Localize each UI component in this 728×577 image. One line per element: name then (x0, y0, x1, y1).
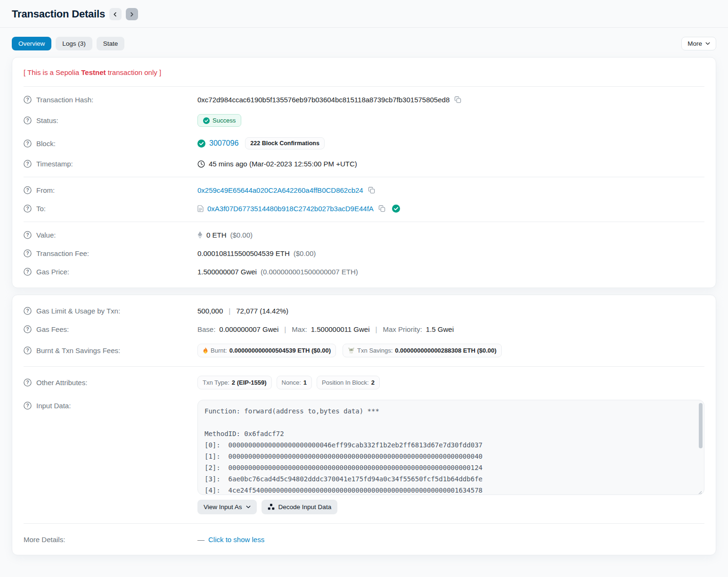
timestamp-label: Timestamp: (36, 160, 73, 168)
svg-text:?: ? (26, 188, 29, 193)
gas-usage-value: 72,077 (14.42%) (236, 307, 288, 315)
svg-text:?: ? (26, 348, 29, 353)
gas-limit-value: 500,000 (197, 307, 223, 315)
help-icon[interactable]: ? (24, 96, 32, 104)
help-icon[interactable]: ? (24, 307, 32, 315)
value-label-group: ? Value: (24, 231, 197, 239)
base-fee-value: 0.000000007 Gwei (219, 325, 278, 333)
nonce-label: Nonce: (282, 379, 301, 386)
input-data-scrollbar-thumb[interactable] (699, 403, 703, 448)
chevron-down-icon (246, 505, 251, 509)
view-input-as-button[interactable]: View Input As (197, 500, 257, 514)
svg-text:?: ? (26, 380, 29, 385)
from-row: ? From: 0x259c49E65644a020C2A642260a4ffB… (24, 181, 704, 199)
copy-transaction-hash-button[interactable] (453, 96, 462, 103)
help-icon[interactable]: ? (24, 249, 32, 257)
help-icon[interactable]: ? (24, 379, 32, 387)
position-in-block-label: Position In Block: (322, 379, 369, 386)
block-confirmations-badge: 222 Block Confirmations (245, 137, 325, 149)
value-row: ? Value: 0 ETH ($0.00) (24, 226, 704, 244)
nonce-value: 1 (303, 379, 307, 386)
check-circle-icon (197, 140, 205, 148)
help-icon[interactable]: ? (24, 268, 32, 276)
copy-icon (378, 205, 385, 212)
input-data-row: ? Input Data: Function: forward(address … (24, 395, 704, 519)
show-less-link[interactable]: Click to show less (208, 536, 264, 544)
status-badge: Success (197, 114, 241, 127)
help-icon[interactable]: ? (24, 116, 32, 124)
verified-check-circle-icon (392, 205, 400, 213)
testnet-warning-bold: Testnet (81, 68, 106, 76)
contract-file-icon (197, 205, 204, 212)
previous-transaction-button[interactable] (109, 8, 122, 20)
transaction-hash-label: Transaction Hash: (36, 96, 93, 104)
copy-icon (368, 187, 375, 194)
block-number-link[interactable]: 3007096 (209, 139, 238, 148)
dash-icon: — (197, 536, 204, 544)
decode-input-data-label: Decode Input Data (278, 503, 332, 511)
decode-input-data-button[interactable]: Decode Input Data (262, 500, 338, 514)
testnet-warning: [ This is a Sepolia Testnet transaction … (24, 64, 704, 82)
header-divider (0, 27, 728, 28)
help-icon[interactable]: ? (24, 205, 32, 213)
ethereum-icon (197, 231, 203, 239)
position-in-block-badge: Position In Block: 2 (317, 376, 380, 389)
help-icon[interactable]: ? (24, 402, 32, 410)
tab-overview[interactable]: Overview (12, 37, 51, 50)
from-label-group: ? From: (24, 186, 197, 194)
chevron-down-icon (705, 42, 710, 45)
input-data-label: Input Data: (36, 402, 71, 410)
chevron-right-icon (129, 12, 134, 17)
txn-savings-value: 0.000000000000288308 ETH ($0.00) (395, 347, 496, 354)
more-dropdown-button[interactable]: More (681, 37, 716, 50)
more-details-label-group: More Details: (24, 536, 197, 544)
gas-price-amount: 1.500000007 Gwei (197, 268, 257, 276)
separator: | (282, 325, 288, 333)
input-data-textarea[interactable]: Function: forward(address to,bytes data)… (197, 400, 704, 495)
copy-to-address-button[interactable] (377, 205, 386, 212)
txn-type-badge: Txn Type: 2 (EIP-1559) (197, 376, 272, 389)
decode-cubes-icon (268, 503, 275, 511)
help-icon[interactable]: ? (24, 160, 32, 168)
block-label: Block: (36, 140, 56, 148)
copy-from-address-button[interactable] (367, 187, 376, 194)
max-fee-value: 1.500000011 Gwei (311, 325, 370, 333)
testnet-warning-suffix: transaction only ] (106, 68, 162, 76)
separator: | (227, 307, 232, 315)
svg-text:?: ? (26, 232, 29, 238)
timestamp-value: 45 mins ago (Mar-02-2023 12:55:00 PM +UT… (209, 160, 357, 168)
tab-state[interactable]: State (97, 37, 125, 50)
burnt-fees-label-group: ? Burnt & Txn Savings Fees: (24, 346, 197, 354)
help-icon[interactable]: ? (24, 325, 32, 333)
separator: | (374, 325, 379, 333)
textarea-resize-grip[interactable] (697, 488, 703, 494)
svg-text:?: ? (26, 269, 29, 274)
value-amount: 0 ETH (206, 231, 227, 239)
input-data-text: Function: forward(address to,bytes data)… (204, 405, 692, 495)
tab-logs[interactable]: Logs (3) (56, 37, 92, 50)
gas-fees-row: ? Gas Fees: Base: 0.000000007 Gwei | Max… (24, 320, 704, 338)
to-address-link[interactable]: 0xA3f07D6773514480b918C2742b027b3acD9E44… (207, 205, 374, 213)
help-icon[interactable]: ? (24, 231, 32, 239)
max-priority-fee-value: 1.5 Gwei (426, 325, 454, 333)
nonce-badge: Nonce: 1 (277, 376, 312, 389)
more-button-label: More (687, 40, 702, 47)
svg-text:?: ? (26, 161, 29, 166)
divider (24, 366, 704, 367)
timestamp-row: ? Timestamp: 45 mins ago (Mar-02-2023 12… (24, 155, 704, 173)
input-data-actions: View Input As Decode Input Data (197, 500, 704, 514)
gas-price-label: Gas Price: (36, 268, 69, 276)
help-icon[interactable]: ? (24, 346, 32, 354)
help-icon[interactable]: ? (24, 186, 32, 194)
txn-savings-label: Txn Savings: (357, 347, 393, 354)
other-attributes-label: Other Attributes: (36, 379, 87, 387)
from-address-link[interactable]: 0x259c49E65644a020C2A642260a4ffB0CD862cb… (197, 186, 363, 194)
gas-price-label-group: ? Gas Price: (24, 268, 197, 276)
testnet-warning-prefix: [ This is a Sepolia (24, 68, 81, 76)
next-transaction-button[interactable] (126, 8, 138, 20)
from-label: From: (36, 186, 55, 194)
help-icon[interactable]: ? (24, 140, 32, 148)
input-data-scrollbar[interactable] (698, 402, 703, 494)
other-attributes-row: ? Other Attributes: Txn Type: 2 (EIP-155… (24, 371, 704, 395)
txn-type-value: 2 (EIP-1559) (232, 379, 267, 386)
